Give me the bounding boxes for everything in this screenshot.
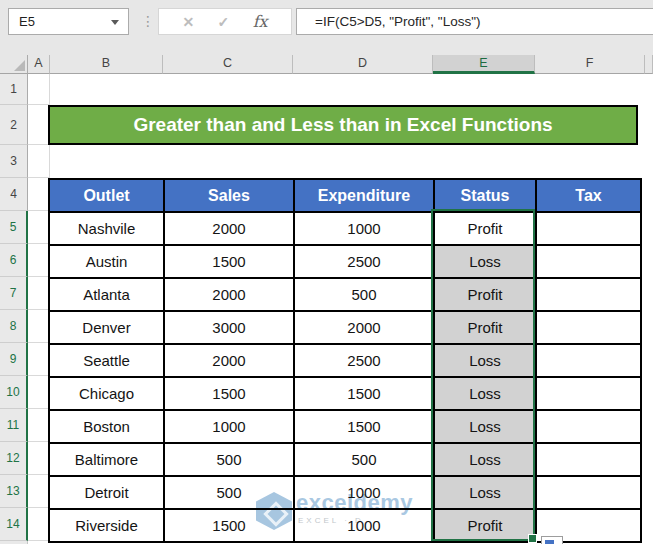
row-header-12[interactable]: 12 [0, 442, 28, 475]
row-header-1[interactable]: 1 [0, 74, 28, 105]
row-header-2[interactable]: 2 [0, 105, 28, 145]
more-options-icon: ⋮ [141, 8, 155, 35]
select-all-triangle-icon [14, 60, 25, 71]
cell-status[interactable]: Loss [435, 444, 537, 477]
cell-expenditure[interactable]: 1000 [295, 510, 435, 543]
row-header-7[interactable]: 7 [0, 277, 28, 310]
row-header-11[interactable]: 11 [0, 409, 28, 442]
quick-analysis-icon [545, 540, 554, 544]
table-header-status[interactable]: Status [435, 180, 537, 213]
banner-title: Greater than and Less than in Excel Func… [133, 114, 552, 136]
cell-status-active[interactable]: Profit [435, 213, 537, 246]
cell-tax[interactable] [537, 411, 642, 444]
row-header-4[interactable]: 4 [0, 178, 28, 211]
chevron-down-icon[interactable] [111, 20, 119, 25]
cell-outlet[interactable]: Atlanta [50, 279, 165, 312]
cell-expenditure[interactable]: 2000 [295, 312, 435, 345]
formula-bar-row: E5 ⋮ ✕ ✓ fx =IF(C5>D5, "Profit", "Loss") [0, 0, 653, 55]
cell-outlet[interactable]: Baltimore [50, 444, 165, 477]
cell-expenditure[interactable]: 500 [295, 279, 435, 312]
cell-sales[interactable]: 500 [165, 444, 295, 477]
column-header-f[interactable]: F [535, 55, 645, 74]
data-table: Outlet Sales Expenditure Status Tax Nash… [48, 178, 642, 543]
row-header-10[interactable]: 10 [0, 376, 28, 409]
cell-expenditure[interactable]: 1500 [295, 411, 435, 444]
column-header-c[interactable]: C [163, 55, 293, 74]
cell-expenditure[interactable]: 1000 [295, 213, 435, 246]
cancel-icon[interactable]: ✕ [182, 14, 194, 30]
column-header-g-partial[interactable] [645, 55, 653, 74]
select-all-button[interactable] [0, 55, 28, 74]
table-header-outlet[interactable]: Outlet [50, 180, 165, 213]
cell-outlet[interactable]: Boston [50, 411, 165, 444]
cell-outlet[interactable]: Chicago [50, 378, 165, 411]
cell-outlet[interactable]: Nashvile [50, 213, 165, 246]
cell-outlet[interactable]: Riverside [50, 510, 165, 543]
cell-sales[interactable]: 2000 [165, 345, 295, 378]
cell-tax[interactable] [537, 213, 642, 246]
cell-tax[interactable] [537, 312, 642, 345]
cell-sales[interactable]: 3000 [165, 312, 295, 345]
row-header-9[interactable]: 9 [0, 343, 28, 376]
cell-expenditure[interactable]: 2500 [295, 345, 435, 378]
formula-text: =IF(C5>D5, "Profit", "Loss") [315, 14, 480, 29]
name-box[interactable]: E5 [8, 8, 129, 35]
cell-tax[interactable] [537, 246, 642, 279]
row-header-strip: 1 2 3 4 5 6 7 8 9 10 11 12 13 14 [0, 74, 28, 544]
cell-outlet[interactable]: Detroit [50, 477, 165, 510]
cell-status[interactable]: Profit [435, 312, 537, 345]
column-header-a[interactable]: A [28, 55, 50, 74]
quick-analysis-button[interactable] [541, 536, 563, 544]
table-header-sales[interactable]: Sales [165, 180, 295, 213]
cell-tax[interactable] [537, 378, 642, 411]
cell-status[interactable]: Loss [435, 477, 537, 510]
cell-sales[interactable]: 2000 [165, 213, 295, 246]
cell-outlet[interactable]: Denver [50, 312, 165, 345]
cell-status[interactable]: Loss [435, 345, 537, 378]
cell-reference: E5 [19, 14, 35, 29]
enter-icon[interactable]: ✓ [218, 14, 230, 30]
excel-window: E5 ⋮ ✕ ✓ fx =IF(C5>D5, "Profit", "Loss")… [0, 0, 653, 544]
cell-sales[interactable]: 1000 [165, 411, 295, 444]
formula-bar[interactable]: =IF(C5>D5, "Profit", "Loss") [296, 8, 653, 35]
formula-buttons: ✕ ✓ fx [158, 8, 292, 35]
cell-sales[interactable]: 1500 [165, 378, 295, 411]
column-header-b[interactable]: B [50, 55, 163, 74]
cell-outlet[interactable]: Seattle [50, 345, 165, 378]
cell-status[interactable]: Loss [435, 246, 537, 279]
cell-tax[interactable] [537, 345, 642, 378]
cell-status[interactable]: Loss [435, 378, 537, 411]
cell-sales[interactable]: 1500 [165, 510, 295, 543]
fill-handle[interactable] [528, 534, 537, 543]
column-header-e-selected[interactable]: E [433, 55, 535, 74]
cell-status[interactable]: Loss [435, 411, 537, 444]
cell-expenditure[interactable]: 500 [295, 444, 435, 477]
cell-sales[interactable]: 1500 [165, 246, 295, 279]
cell-expenditure[interactable]: 1000 [295, 477, 435, 510]
row-header-14[interactable]: 14 [0, 508, 28, 541]
cell-tax[interactable] [537, 279, 642, 312]
row-header-3[interactable]: 3 [0, 145, 28, 178]
column-header-d[interactable]: D [293, 55, 433, 74]
cell-tax[interactable] [537, 444, 642, 477]
cell-sales[interactable]: 2000 [165, 279, 295, 312]
cell-status[interactable]: Profit [435, 510, 537, 543]
table-header-expenditure[interactable]: Expenditure [295, 180, 435, 213]
cell-sales[interactable]: 500 [165, 477, 295, 510]
row-header-8[interactable]: 8 [0, 310, 28, 343]
row-header-6[interactable]: 6 [0, 244, 28, 277]
cell-expenditure[interactable]: 1500 [295, 378, 435, 411]
insert-function-icon[interactable]: fx [253, 12, 268, 31]
title-banner: Greater than and Less than in Excel Func… [48, 105, 638, 145]
column-header-strip: A B C D E F [0, 55, 653, 74]
cell-tax[interactable] [537, 477, 642, 510]
table-header-tax[interactable]: Tax [537, 180, 642, 213]
cell-outlet[interactable]: Austin [50, 246, 165, 279]
row-header-13[interactable]: 13 [0, 475, 28, 508]
cell-status[interactable]: Profit [435, 279, 537, 312]
cell-expenditure[interactable]: 2500 [295, 246, 435, 279]
row-header-5[interactable]: 5 [0, 211, 28, 244]
